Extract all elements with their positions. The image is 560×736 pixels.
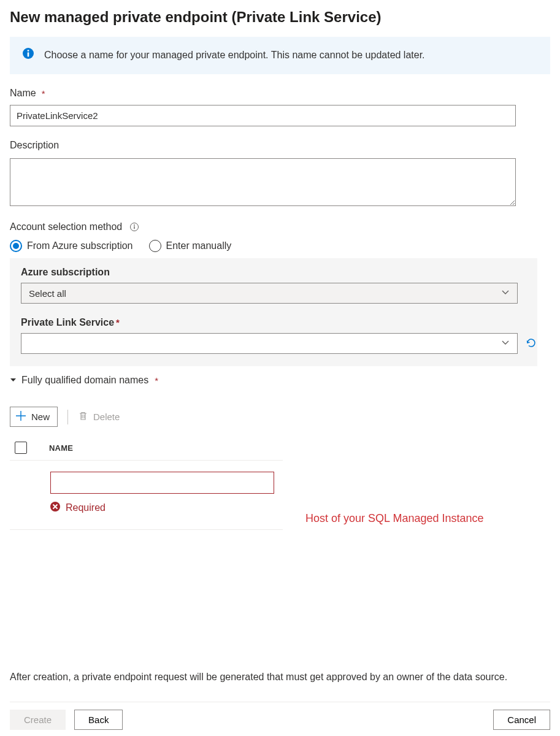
trash-icon <box>78 411 88 423</box>
footer-note: After creation, a private endpoint reque… <box>10 670 550 684</box>
svg-rect-5 <box>134 226 135 229</box>
fqdn-section-toggle[interactable]: Fully qualified domain names* <box>10 375 550 386</box>
azure-subscription-select[interactable]: Select all <box>21 283 518 304</box>
delete-button: Delete <box>78 411 120 423</box>
validation-error: Required <box>50 501 283 515</box>
annotation-text: Host of your SQL Managed Instance <box>305 512 484 525</box>
chevron-down-icon <box>501 339 510 349</box>
column-header-name: NAME <box>49 443 73 453</box>
info-icon <box>22 47 34 63</box>
caret-down-icon <box>10 375 17 386</box>
pls-label: Private Link Service* <box>21 317 526 328</box>
description-textarea[interactable] <box>10 158 516 206</box>
table-row: Required <box>10 461 283 530</box>
plus-icon <box>15 410 26 423</box>
radio-enter-manually[interactable]: Enter manually <box>149 240 232 252</box>
azure-selection-panel: Azure subscription Select all Private Li… <box>10 258 537 366</box>
back-button[interactable]: Back <box>74 710 123 730</box>
footer-bar: Create Back Cancel <box>10 702 550 730</box>
select-all-checkbox[interactable] <box>15 442 27 454</box>
svg-point-4 <box>134 224 135 226</box>
radio-from-azure[interactable]: From Azure subscription <box>10 240 133 252</box>
fqdn-input[interactable] <box>50 472 274 494</box>
info-banner: Choose a name for your managed private e… <box>10 37 550 74</box>
cancel-button[interactable]: Cancel <box>493 710 550 730</box>
description-label: Description <box>10 140 550 151</box>
name-label: Name* <box>10 88 550 99</box>
chevron-down-icon <box>501 288 510 299</box>
name-input[interactable] <box>10 105 516 126</box>
info-outline-icon[interactable] <box>129 222 139 232</box>
divider <box>67 410 68 424</box>
page-title: New managed private endpoint (Private Li… <box>10 9 550 26</box>
refresh-icon[interactable] <box>525 337 537 351</box>
info-banner-text: Choose a name for your managed private e… <box>44 50 425 60</box>
pls-select[interactable] <box>21 333 518 354</box>
svg-rect-2 <box>28 52 29 56</box>
azure-subscription-label: Azure subscription <box>21 267 526 278</box>
error-icon <box>50 501 61 515</box>
new-button[interactable]: New <box>10 407 58 427</box>
create-button: Create <box>10 710 66 730</box>
account-method-label: Account selection method <box>10 221 550 232</box>
fqdn-table: NAME Required <box>10 442 283 530</box>
svg-point-1 <box>28 50 29 52</box>
